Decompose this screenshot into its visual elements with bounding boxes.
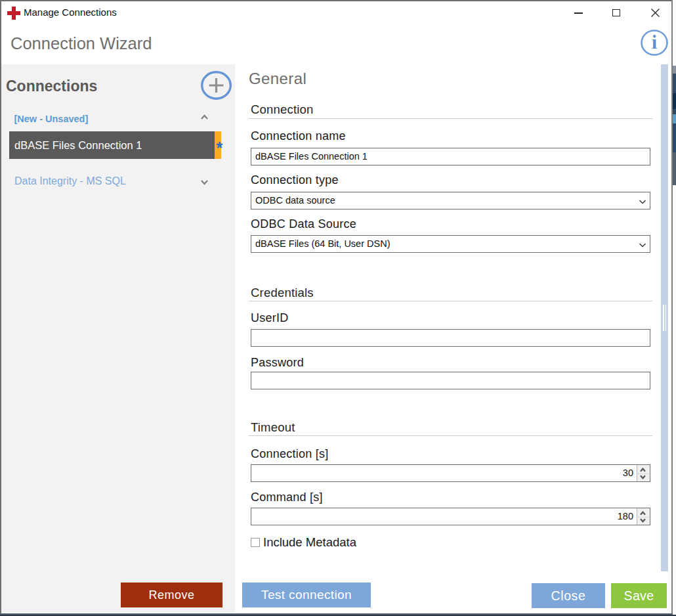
svg-text:i: i — [652, 32, 657, 53]
